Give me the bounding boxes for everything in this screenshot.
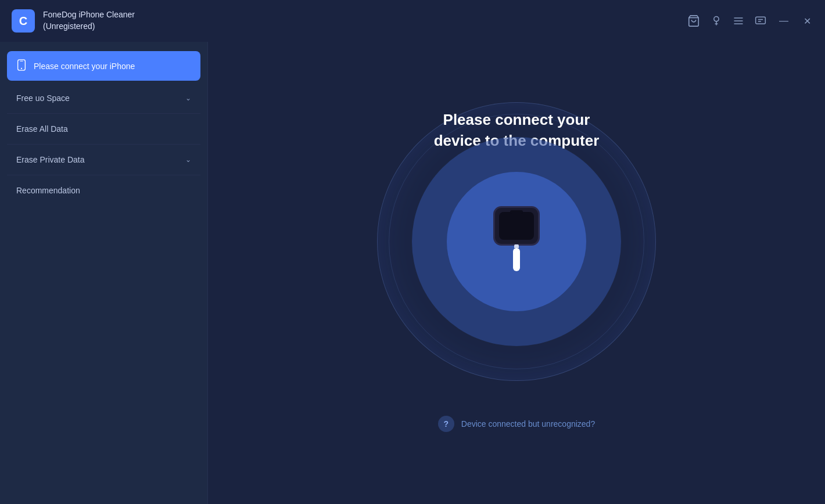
cable-connector <box>513 248 520 271</box>
main-content: Please connect your device to the comput… <box>208 42 825 504</box>
sidebar-item-erase-private[interactable]: Erase Private Data ⌄ <box>7 145 200 175</box>
sidebar-item-erase-all[interactable]: Erase All Data <box>7 114 200 145</box>
phone-illustration <box>493 206 540 271</box>
titlebar-left: C FoneDog iPhone Cleaner (Unregistered) <box>12 9 135 33</box>
key-icon[interactable] <box>711 15 722 27</box>
svg-rect-7 <box>756 17 766 24</box>
minimize-button[interactable]: — <box>777 15 791 27</box>
app-title: FoneDog iPhone Cleaner (Unregistered) <box>43 9 135 32</box>
sidebar-item-erase-all-label: Erase All Data <box>16 124 68 134</box>
iphone-icon <box>16 59 27 73</box>
phone-screen <box>499 212 534 240</box>
svg-point-1 <box>714 17 719 21</box>
sidebar-item-erase-private-label: Erase Private Data <box>16 155 85 164</box>
titlebar: C FoneDog iPhone Cleaner (Unregistered) <box>0 0 825 42</box>
help-row[interactable]: ? Device connected but unrecognized? <box>438 416 595 432</box>
chat-icon[interactable] <box>755 15 766 27</box>
phone-body <box>493 206 540 246</box>
cart-icon[interactable] <box>687 15 700 27</box>
connect-visual: Please connect your device to the comput… <box>365 91 668 393</box>
main-layout: Please connect your iPhone Free uo Space… <box>0 42 825 504</box>
sidebar-item-free-space[interactable]: Free uo Space ⌄ <box>7 83 200 114</box>
sidebar-item-connect-iphone[interactable]: Please connect your iPhone <box>7 51 200 81</box>
chevron-down-icon: ⌄ <box>185 94 191 102</box>
sidebar-item-recommendation-label: Recommendation <box>16 186 80 195</box>
phone-notch <box>510 210 523 214</box>
close-button[interactable]: ✕ <box>801 15 813 28</box>
menu-icon[interactable] <box>733 15 744 27</box>
inner-circle <box>447 172 586 311</box>
help-badge: ? <box>438 416 454 432</box>
sidebar-active-label: Please connect your iPhone <box>34 62 135 71</box>
sidebar-item-free-space-label: Free uo Space <box>16 93 70 103</box>
chevron-down-icon-2: ⌄ <box>185 156 191 164</box>
svg-point-11 <box>21 68 22 69</box>
sidebar: Please connect your iPhone Free uo Space… <box>0 42 208 504</box>
help-text: Device connected but unrecognized? <box>461 419 595 429</box>
titlebar-controls: — ✕ <box>687 15 813 28</box>
app-logo: C <box>12 9 35 33</box>
sidebar-item-recommendation[interactable]: Recommendation <box>7 175 200 206</box>
svg-rect-12 <box>20 61 23 62</box>
